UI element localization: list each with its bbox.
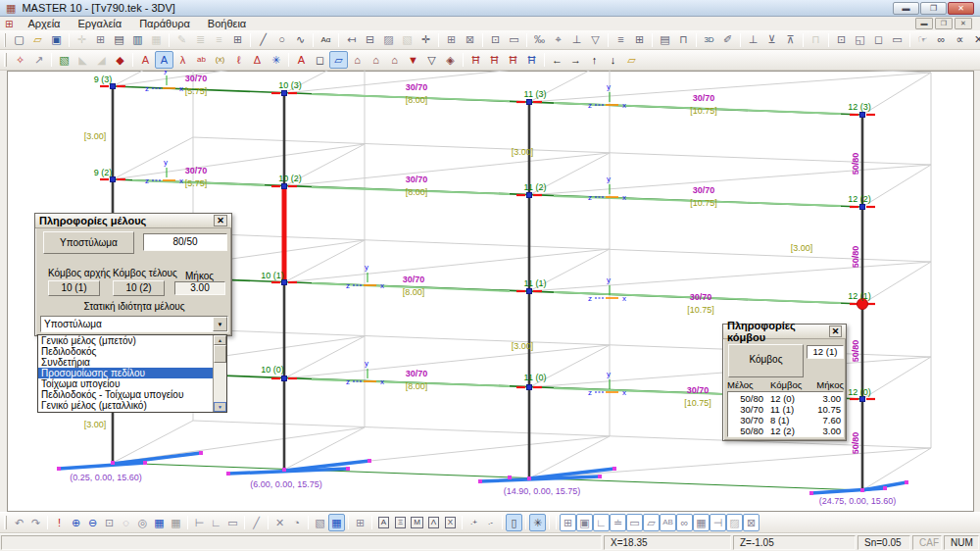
new-file-button[interactable]: ▢ [10, 31, 28, 49]
mdi-close-button[interactable]: ✕ [955, 18, 972, 29]
node-button[interactable]: Κόμβος [728, 344, 804, 377]
frame-view-d-button[interactable]: Ħ [522, 51, 541, 69]
member-type-button[interactable]: Υποστύλωμα [43, 231, 134, 254]
nav-down-button[interactable]: ↓ [604, 51, 622, 69]
local-axes-button[interactable]: ✳ [267, 51, 285, 69]
label-sections-button[interactable]: ab [192, 51, 211, 69]
toolbar-grip[interactable] [4, 516, 7, 529]
frame-view-b-button[interactable]: Ħ [485, 51, 504, 69]
window-cascade-button[interactable]: ⊠ [461, 31, 479, 49]
snap-midpoint-button[interactable]: ≐ [610, 514, 626, 531]
tools-settings-button[interactable]: ✛ [416, 31, 435, 49]
zoom-region-button[interactable]: ▧ [55, 51, 74, 69]
label-levels-button[interactable]: Δ [248, 51, 267, 69]
flag-solid-button[interactable]: ▼ [404, 51, 422, 69]
support-pinned-button[interactable]: ⊻ [762, 31, 781, 49]
draw-arc-button[interactable]: ∿ [291, 31, 310, 49]
member-type-combobox[interactable]: Υποστύλωμα ▼ [40, 316, 228, 332]
member-list-button[interactable]: ≡ [612, 31, 630, 49]
member-type-option-0[interactable]: Γενικό μέλος (μπετόν) [38, 335, 213, 346]
member-type-option-2[interactable]: Συνδετήρια [38, 357, 213, 368]
scroll-up-icon[interactable]: ▲ [214, 335, 226, 345]
mdi-minimize-button[interactable]: ▬ [915, 18, 933, 29]
snap-text-button[interactable]: AB [660, 514, 676, 531]
zoom-extents-button[interactable]: ▦ [151, 514, 168, 531]
flag-tool-button[interactable]: ⊢ [191, 514, 208, 531]
table-row[interactable]: 30/7011 (1)10.75 [728, 404, 843, 415]
member-type-option-5[interactable]: Πεδιλοδοκός - Τοίχωμα υπογείου [38, 389, 213, 400]
grid-settings-button[interactable]: ⊞ [228, 31, 247, 49]
title-bar[interactable]: ▦ MASTER 10 - [Tv790.tek - 3DV] ▬ ❐ ✕ [0, 0, 980, 17]
select-polygon-button[interactable]: ✧ [11, 51, 29, 69]
view-solid-button[interactable]: ◈ [441, 51, 460, 69]
letter-xi-button[interactable]: Ξ [392, 514, 409, 531]
snap-clear-button[interactable]: ⊠ [743, 514, 760, 531]
regen-button[interactable]: ! [51, 514, 68, 531]
zoom-out-button[interactable]: ⊖ [84, 514, 101, 531]
draw-circle-button[interactable]: ○ [272, 31, 291, 49]
minimize-button[interactable]: ▬ [893, 2, 919, 15]
member-type-option-1[interactable]: Πεδιλοδοκός [38, 346, 213, 357]
scroll-down-icon[interactable]: ▼ [214, 402, 226, 412]
find-member-button[interactable]: ∞ [932, 31, 951, 49]
pan-hand-button[interactable]: ☞ [913, 31, 932, 49]
snap-endpoint-button[interactable]: ∟ [593, 514, 610, 531]
member-type-option-4[interactable]: Τοίχωμα υπογείου [38, 378, 213, 389]
units-oxx-button[interactable]: ‰ [530, 31, 549, 49]
node-id-field[interactable]: 12 (1) [807, 345, 844, 359]
letter-m-button[interactable]: M [409, 514, 425, 531]
table-row[interactable]: 30/708 (1)7.60 [728, 415, 843, 426]
support-fixed-button[interactable]: ⊥ [744, 31, 762, 49]
table-row[interactable]: 50/8012 (2)3.00 [728, 426, 843, 436]
window-new-button[interactable]: ⊞ [442, 31, 461, 49]
save-view-button[interactable]: ◆ [111, 51, 129, 69]
draw-line-button[interactable]: ╱ [254, 31, 272, 49]
zoom-box-a-button[interactable]: ⊡ [486, 31, 505, 49]
nav-left-button[interactable]: ← [548, 51, 566, 69]
snap-intersect-button[interactable]: ∞ [676, 514, 693, 531]
redo-button[interactable]: ↷ [27, 514, 44, 531]
protractor-button[interactable]: ◔ [288, 514, 305, 531]
open-file-button[interactable]: ▱ [28, 31, 47, 49]
text-tool-button[interactable]: Aα [317, 31, 335, 49]
frame-view-a-button[interactable]: Ħ [466, 51, 485, 69]
measure-button[interactable]: ↗ [29, 51, 48, 69]
workbench-button[interactable]: ⊓ [674, 31, 693, 49]
menu-item-1[interactable]: Εργαλεία [69, 18, 130, 29]
mdi-restore-button[interactable]: ❐ [935, 18, 953, 29]
node-dialog-titlebar[interactable]: Πληροφορίες κόμβου ✕ [723, 325, 846, 339]
member-dialog-titlebar[interactable]: Πληροφορίες μέλους ✕ [35, 214, 231, 228]
open-view-button[interactable]: ▱ [622, 51, 641, 69]
render-brush-button[interactable]: ✐ [718, 31, 737, 49]
print-preview-button[interactable]: ▥ [128, 31, 147, 49]
letter-lambda-button[interactable]: Λ [425, 514, 442, 531]
copy-button[interactable]: ⊞ [91, 31, 110, 49]
frame-view-c-button[interactable]: Ħ [504, 51, 522, 69]
toolbar-grip[interactable] [4, 33, 6, 47]
member-type-option-6[interactable]: Γενικό μέλος (μεταλλικό) [38, 400, 213, 411]
hierarchy-tree-button[interactable]: ⊥ [567, 31, 586, 49]
zoom-box-b-button[interactable]: ▭ [505, 31, 523, 49]
snap-hatch-button[interactable]: ▨ [726, 514, 743, 531]
find-node-button[interactable]: ∝ [951, 31, 969, 49]
save-file-button[interactable]: ▣ [47, 31, 66, 49]
label-axes-button[interactable]: λ [173, 51, 192, 69]
snap-insert-button[interactable]: ⊣ [710, 514, 726, 531]
member-section-field[interactable]: 80/50 [143, 233, 227, 251]
member-type-option-3[interactable]: Προσομοίωσης πεδίλου [38, 368, 213, 378]
snap-grid-button[interactable]: ⊞ [560, 514, 576, 531]
toolbar-grip[interactable] [4, 53, 7, 67]
point-minus-button[interactable]: .- [482, 514, 499, 531]
filter-funnel-button[interactable]: ▽ [586, 31, 605, 49]
view-cube-button[interactable]: ◻ [311, 51, 329, 69]
menu-item-0[interactable]: Αρχεία [19, 18, 69, 29]
pick-entity-button[interactable]: A [155, 51, 173, 69]
dimension-tool-button[interactable]: ↤ [342, 31, 361, 49]
multi-select-button[interactable]: ✕ [271, 514, 288, 531]
delete-entity-button[interactable]: ✕ [969, 31, 980, 49]
annotation-d-button[interactable]: ▭ [888, 31, 906, 49]
undo-button[interactable]: ↶ [11, 514, 27, 531]
table-row[interactable]: 50/8012 (0)3.00 [728, 393, 843, 404]
close-button[interactable]: ✕ [948, 2, 974, 15]
annotation-a-button[interactable]: ⊡ [832, 31, 851, 49]
